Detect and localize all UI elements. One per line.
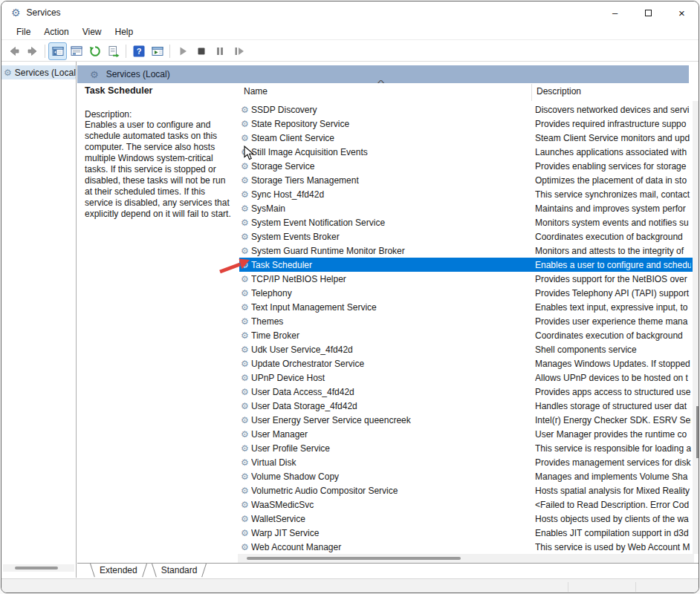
service-gear-icon: ⚙ — [241, 402, 251, 411]
tab-extended[interactable]: Extended — [88, 564, 149, 578]
service-row[interactable]: ⚙ Warp JIT Service Enables JIT compilati… — [239, 526, 694, 540]
service-row[interactable]: ⚙ UPnP Device Host Allows UPnP devices t… — [239, 371, 694, 385]
service-row[interactable]: ⚙ System Guard Runtime Monitor Broker Mo… — [239, 244, 694, 258]
list-horizontal-scrollbar[interactable] — [238, 554, 694, 563]
minimize-button[interactable]: – — [598, 1, 632, 24]
service-row[interactable]: ⚙ Volumetric Audio Compositor Service Ho… — [239, 483, 694, 497]
service-row[interactable]: ⚙ Storage Service Provides enabling serv… — [239, 159, 694, 173]
service-description: Optimizes the placement of data in sto — [535, 175, 691, 186]
close-icon: × — [678, 7, 685, 19]
service-name: SysMain — [251, 203, 531, 214]
maximize-icon — [645, 10, 652, 16]
service-description: Allows UPnP devices to be hosted on t — [535, 373, 691, 383]
close-button[interactable]: × — [665, 1, 699, 24]
service-name: User Energy Server Service queencreek — [251, 415, 531, 425]
service-row[interactable]: ⚙ User Profile Service This service is r… — [239, 441, 694, 455]
service-gear-icon: ⚙ — [241, 500, 251, 509]
horizontal-scrollbar-thumb[interactable] — [247, 557, 461, 560]
show-action-pane-button[interactable] — [148, 42, 166, 60]
column-header-name[interactable]: Name — [244, 86, 268, 97]
service-gear-icon: ⚙ — [241, 289, 251, 298]
service-description: Hosts spatial analysis for Mixed Reality — [535, 486, 691, 496]
service-row[interactable]: ⚙ Storage Tiers Management Optimizes the… — [239, 173, 694, 187]
service-row[interactable]: ⚙ User Manager User Manager provides the… — [239, 427, 694, 441]
service-row[interactable]: ⚙ Still Image Acquisition Events Launche… — [239, 145, 694, 159]
help-button[interactable]: ? — [129, 42, 148, 60]
service-name: TCP/IP NetBIOS Helper — [251, 274, 531, 284]
pause-service-button[interactable] — [210, 42, 229, 60]
service-row[interactable]: ⚙ Text Input Management Service Enables … — [239, 300, 694, 314]
service-row[interactable]: ⚙ Task Scheduler Enables a user to confi… — [239, 258, 694, 272]
service-row[interactable]: ⚙ TCP/IP NetBIOS Helper Provides support… — [239, 272, 694, 286]
service-row[interactable]: ⚙ Steam Client Service Steam Client Serv… — [239, 131, 694, 145]
properties-button[interactable] — [67, 42, 85, 60]
start-service-button[interactable] — [173, 42, 192, 60]
service-row[interactable]: ⚙ User Data Access_4fd42d Provides apps … — [239, 385, 694, 399]
menu-action[interactable]: Action — [37, 25, 75, 39]
service-row[interactable]: ⚙ Udk User Service_4fd42d Shell componen… — [239, 342, 694, 356]
sort-ascending-indicator[interactable]: ^ — [377, 79, 384, 88]
menu-help[interactable]: Help — [108, 25, 140, 39]
service-row[interactable]: ⚙ System Event Notification Service Moni… — [239, 215, 694, 229]
services-app-icon: ⚙ — [11, 7, 21, 18]
view-tabs: Extended Standard — [77, 563, 699, 578]
service-description: User Manager provides the runtime co — [535, 429, 691, 440]
pause-service-icon — [213, 45, 227, 58]
service-description: Coordinates execution of background — [535, 330, 691, 341]
forward-button[interactable] — [23, 42, 42, 60]
service-gear-icon: ⚙ — [241, 232, 251, 241]
service-row[interactable]: ⚙ Web Account Manager This service is us… — [239, 540, 694, 554]
column-header-description[interactable]: Description — [537, 86, 581, 97]
refresh-icon — [88, 45, 102, 58]
menu-view[interactable]: View — [76, 25, 108, 39]
service-description: Provides required infrastructure suppo — [535, 119, 691, 129]
list-vertical-scrollbar[interactable] — [693, 101, 699, 554]
service-row[interactable]: ⚙ User Data Storage_4fd42d Handles stora… — [239, 399, 694, 413]
service-row[interactable]: ⚙ Virtual Disk Provides management servi… — [239, 455, 694, 469]
service-row[interactable]: ⚙ Update Orchestrator Service Manages Wi… — [239, 356, 694, 371]
menu-file[interactable]: File — [10, 25, 37, 39]
service-row[interactable]: ⚙ SysMain Maintains and improves system … — [239, 201, 694, 215]
service-row[interactable]: ⚙ Sync Host_4fd42d This service synchron… — [239, 187, 694, 201]
show-console-tree-button[interactable] — [48, 42, 67, 60]
service-description: Steam Client Service monitors and upd — [535, 133, 691, 143]
service-name: WaaSMedicSvc — [251, 500, 531, 510]
service-description: Coordinates execution of background — [535, 232, 691, 242]
services-list: ⚙ SSDP Discovery Discovers networked dev… — [239, 102, 694, 554]
window-title: Services — [27, 7, 61, 18]
service-gear-icon: ⚙ — [241, 430, 251, 439]
service-description: Manages Windows Updates. If stopped — [535, 359, 691, 369]
services-window: ⚙ Services – × File Action View Help — [1, 1, 699, 593]
service-name: Themes — [251, 316, 531, 327]
service-row[interactable]: ⚙ System Events Broker Coordinates execu… — [239, 229, 694, 244]
back-button[interactable] — [4, 42, 23, 60]
service-row[interactable]: ⚙ Volume Shadow Copy Manages and impleme… — [239, 469, 694, 483]
maximize-button[interactable] — [632, 1, 665, 24]
toolbar: ? — [1, 41, 699, 62]
column-divider[interactable] — [531, 84, 532, 101]
service-row[interactable]: ⚙ User Energy Server Service queencreek … — [239, 413, 694, 427]
tree-scrollbar-thumb[interactable] — [15, 567, 58, 569]
service-row[interactable]: ⚙ WalletService Hosts objects used by cl… — [239, 512, 694, 526]
service-row[interactable]: ⚙ Telephony Provides Telephony API (TAPI… — [239, 286, 694, 300]
service-row[interactable]: ⚙ WaaSMedicSvc <Failed to Read Descripti… — [239, 497, 694, 512]
service-row[interactable]: ⚙ Time Broker Coordinates execution of b… — [239, 328, 694, 342]
tab-standard[interactable]: Standard — [149, 564, 210, 578]
service-name: User Data Storage_4fd42d — [251, 401, 531, 411]
stop-service-button[interactable] — [192, 42, 210, 60]
service-row[interactable]: ⚙ SSDP Discovery Discovers networked dev… — [239, 102, 694, 117]
tree-horizontal-scrollbar[interactable] — [3, 564, 74, 572]
tree-item-services-local[interactable]: ⚙ Services (Local) — [1, 65, 76, 79]
service-description: Enables a user to configure and schedu — [535, 260, 691, 270]
service-description: Manages and implements Volume Sha — [535, 471, 691, 482]
export-list-button[interactable] — [104, 42, 123, 60]
service-description: This service is used by Web Account M — [535, 542, 691, 552]
restart-service-button[interactable] — [229, 42, 247, 60]
console-tree-icon — [51, 45, 65, 58]
refresh-button[interactable] — [85, 42, 104, 60]
service-row[interactable]: ⚙ Themes Provides user experience theme … — [239, 314, 694, 328]
panel-header-title: Services (Local) — [106, 69, 170, 79]
service-name: WalletService — [251, 514, 531, 524]
vertical-scrollbar-thumb[interactable] — [696, 406, 699, 458]
service-row[interactable]: ⚙ State Repository Service Provides requ… — [239, 117, 694, 131]
